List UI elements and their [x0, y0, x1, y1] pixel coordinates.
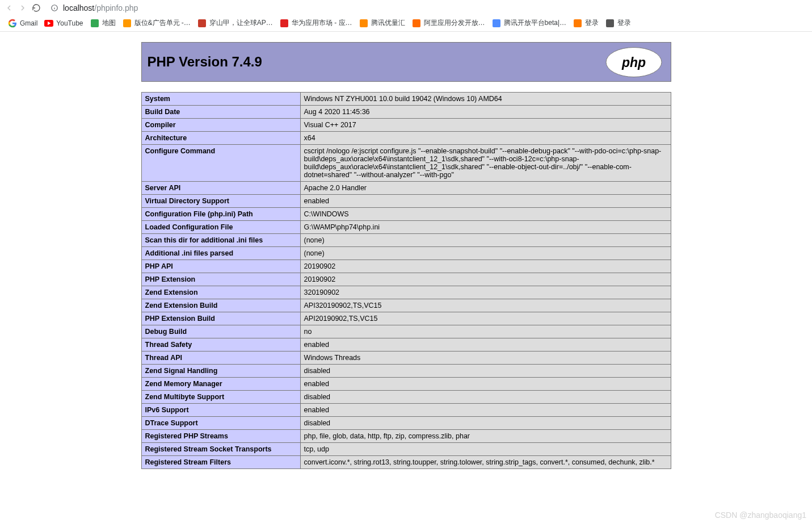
- bookmark-item[interactable]: 版位&广告单元 -…: [123, 18, 191, 28]
- info-value: tcp, udp: [300, 443, 671, 456]
- info-key: Thread API: [141, 352, 300, 365]
- table-row: Additional .ini files parsed(none): [141, 247, 671, 260]
- info-key: Build Date: [141, 106, 300, 119]
- info-key: Compiler: [141, 119, 300, 132]
- table-row: Scan this dir for additional .ini files(…: [141, 234, 671, 247]
- phpinfo-table: SystemWindows NT ZYHU001 10.0 build 1904…: [141, 92, 671, 469]
- info-value: (none): [300, 247, 671, 260]
- table-row: IPv6 Supportenabled: [141, 404, 671, 417]
- info-key: Thread Safety: [141, 338, 300, 352]
- svg-rect-9: [360, 19, 368, 27]
- info-value: disabled: [300, 417, 671, 430]
- info-value: enabled: [300, 195, 671, 208]
- info-value: enabled: [300, 378, 671, 391]
- bookmark-label: 腾讯开放平台beta|…: [504, 18, 566, 28]
- site-info-icon[interactable]: [51, 4, 58, 12]
- bookmark-item[interactable]: 阿里应用分发开放…: [412, 18, 485, 28]
- bookmark-label: Gmail: [20, 19, 37, 27]
- table-row: Registered Stream Socket Transportstcp, …: [141, 443, 671, 456]
- bookmark-icon: [44, 19, 53, 28]
- bookmark-label: 登录: [617, 18, 631, 28]
- info-key: IPv6 Support: [141, 404, 300, 417]
- table-row: Architecturex64: [141, 132, 671, 145]
- info-key: Debug Build: [141, 325, 300, 338]
- info-value: API20190902,TS,VC15: [300, 312, 671, 325]
- table-row: Debug Buildno: [141, 325, 671, 338]
- bookmark-item[interactable]: 华为应用市场 - 应…: [280, 18, 352, 28]
- info-key: System: [141, 93, 300, 106]
- svg-rect-7: [198, 19, 206, 27]
- php-logo: php: [603, 47, 665, 78]
- info-value: disabled: [300, 391, 671, 404]
- bookmark-item[interactable]: 地图: [90, 18, 116, 28]
- info-value: convert.iconv.*, string.rot13, string.to…: [300, 456, 671, 469]
- bookmarks-bar: GmailYouTube地图版位&广告单元 -…穿山甲，让全球AP…华为应用市场…: [0, 16, 812, 32]
- bookmark-icon: [123, 19, 132, 28]
- bookmark-item[interactable]: 登录: [605, 18, 631, 28]
- info-key: PHP API: [141, 260, 300, 273]
- info-key: Zend Signal Handling: [141, 365, 300, 378]
- info-value: Aug 4 2020 11:45:36: [300, 106, 671, 119]
- info-key: Configure Command: [141, 145, 300, 182]
- table-row: Virtual Directory Supportenabled: [141, 195, 671, 208]
- bookmark-label: 版位&广告单元 -…: [134, 18, 191, 28]
- table-row: Build DateAug 4 2020 11:45:36: [141, 106, 671, 119]
- bookmark-item[interactable]: 穿山甲，让全球AP…: [197, 18, 273, 28]
- bookmark-label: YouTube: [56, 19, 83, 27]
- svg-rect-6: [123, 19, 131, 27]
- back-button[interactable]: [5, 3, 14, 12]
- bookmark-item[interactable]: YouTube: [44, 19, 83, 28]
- info-value: enabled: [300, 338, 671, 352]
- bookmark-icon: [492, 19, 501, 28]
- info-value: Windows NT ZYHU001 10.0 build 19042 (Win…: [300, 93, 671, 106]
- info-value: Visual C++ 2017: [300, 119, 671, 132]
- bookmark-icon: [359, 19, 368, 28]
- table-row: Configure Commandcscript /nologo /e:jscr…: [141, 145, 671, 182]
- info-value: enabled: [300, 404, 671, 417]
- table-row: Thread Safetyenabled: [141, 338, 671, 352]
- svg-rect-5: [91, 19, 99, 27]
- bookmark-label: 穿山甲，让全球AP…: [209, 18, 273, 28]
- info-value: cscript /nologo /e:jscript configure.js …: [300, 145, 671, 182]
- table-row: SystemWindows NT ZYHU001 10.0 build 1904…: [141, 93, 671, 106]
- info-value: 20190902: [300, 273, 671, 286]
- info-value: no: [300, 325, 671, 338]
- reload-button[interactable]: [32, 3, 41, 12]
- forward-button[interactable]: [18, 3, 27, 12]
- bookmark-label: 登录: [585, 18, 599, 28]
- info-key: PHP Extension: [141, 273, 300, 286]
- info-key: Registered Stream Filters: [141, 456, 300, 469]
- info-key: Architecture: [141, 132, 300, 145]
- table-row: PHP API20190902: [141, 260, 671, 273]
- table-row: Server APIApache 2.0 Handler: [141, 182, 671, 195]
- browser-nav-bar: localhost/phpinfo.php: [0, 0, 812, 16]
- svg-rect-10: [413, 19, 420, 27]
- table-row: CompilerVisual C++ 2017: [141, 119, 671, 132]
- info-key: Registered PHP Streams: [141, 430, 300, 443]
- table-row: Zend Multibyte Supportdisabled: [141, 391, 671, 404]
- bookmark-item[interactable]: 腾讯开放平台beta|…: [492, 18, 566, 28]
- info-key: Additional .ini files parsed: [141, 247, 300, 260]
- svg-rect-12: [574, 19, 582, 27]
- bookmark-item[interactable]: 腾讯优量汇: [359, 18, 405, 28]
- bookmark-label: 阿里应用分发开放…: [424, 18, 485, 28]
- info-key: Registered Stream Socket Transports: [141, 443, 300, 456]
- phpinfo-content: PHP Version 7.4.9 php SystemWindows NT Z…: [141, 42, 671, 469]
- info-value: disabled: [300, 365, 671, 378]
- info-key: Server API: [141, 182, 300, 195]
- info-value: API320190902,TS,VC15: [300, 299, 671, 312]
- table-row: Zend Extension BuildAPI320190902,TS,VC15: [141, 299, 671, 312]
- info-value: x64: [300, 132, 671, 145]
- info-value: (none): [300, 234, 671, 247]
- php-header: PHP Version 7.4.9 php: [141, 42, 671, 82]
- info-key: Loaded Configuration File: [141, 221, 300, 234]
- info-key: Configuration File (php.ini) Path: [141, 208, 300, 221]
- info-key: Zend Extension Build: [141, 299, 300, 312]
- svg-text:php: php: [621, 55, 645, 70]
- bookmark-item[interactable]: Gmail: [8, 19, 37, 28]
- bookmark-item[interactable]: 登录: [573, 18, 599, 28]
- address-bar[interactable]: localhost/phpinfo.php: [45, 1, 807, 15]
- svg-rect-11: [493, 19, 500, 27]
- table-row: Registered PHP Streamsphp, file, glob, d…: [141, 430, 671, 443]
- table-row: Loaded Configuration FileG:\WAMP\php74\p…: [141, 221, 671, 234]
